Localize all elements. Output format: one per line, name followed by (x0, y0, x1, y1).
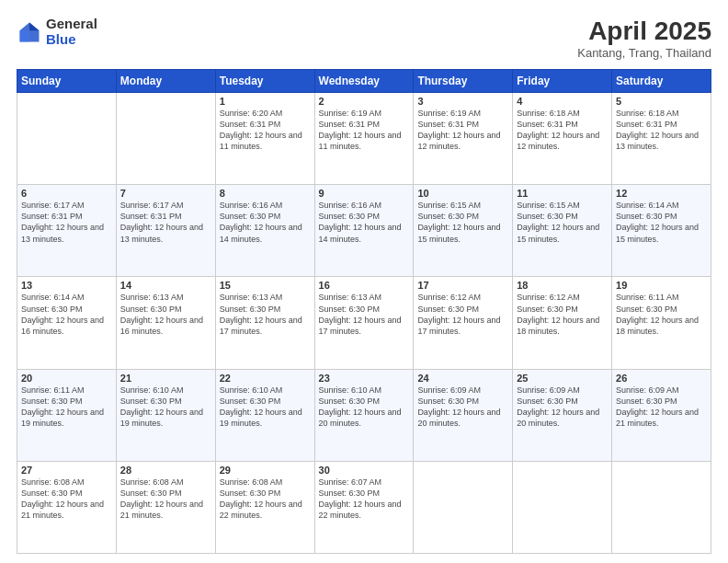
day-info: Sunrise: 6:10 AM Sunset: 6:30 PM Dayligh… (319, 385, 410, 430)
day-number: 8 (220, 188, 311, 199)
calendar-cell: 24Sunrise: 6:09 AM Sunset: 6:30 PM Dayli… (414, 369, 513, 461)
calendar-cell: 30Sunrise: 6:07 AM Sunset: 6:30 PM Dayli… (314, 461, 414, 553)
calendar-cell: 20Sunrise: 6:11 AM Sunset: 6:30 PM Dayli… (17, 369, 117, 461)
logo-icon (17, 19, 42, 45)
day-info: Sunrise: 6:10 AM Sunset: 6:30 PM Dayligh… (220, 385, 311, 430)
col-sunday: Sunday (17, 70, 117, 93)
day-info: Sunrise: 6:07 AM Sunset: 6:30 PM Dayligh… (319, 477, 410, 522)
calendar-cell: 17Sunrise: 6:12 AM Sunset: 6:30 PM Dayli… (414, 277, 513, 369)
logo-general: General (46, 17, 97, 32)
calendar-cell: 22Sunrise: 6:10 AM Sunset: 6:30 PM Dayli… (215, 369, 314, 461)
day-info: Sunrise: 6:08 AM Sunset: 6:30 PM Dayligh… (120, 477, 211, 522)
day-info: Sunrise: 6:14 AM Sunset: 6:30 PM Dayligh… (21, 292, 112, 337)
day-number: 5 (616, 96, 707, 107)
calendar-cell: 19Sunrise: 6:11 AM Sunset: 6:30 PM Dayli… (612, 277, 711, 369)
day-number: 17 (417, 280, 508, 291)
day-number: 14 (120, 280, 211, 291)
calendar-cell: 25Sunrise: 6:09 AM Sunset: 6:30 PM Dayli… (513, 369, 612, 461)
day-number: 4 (517, 96, 608, 107)
day-number: 28 (120, 465, 211, 476)
day-number: 13 (21, 280, 112, 291)
day-number: 27 (21, 465, 112, 476)
week-row-1: 1Sunrise: 6:20 AM Sunset: 6:31 PM Daylig… (17, 93, 711, 185)
day-number: 6 (21, 188, 112, 199)
day-info: Sunrise: 6:09 AM Sunset: 6:30 PM Dayligh… (417, 385, 508, 430)
calendar-cell: 16Sunrise: 6:13 AM Sunset: 6:30 PM Dayli… (314, 277, 414, 369)
logo: General Blue (17, 17, 97, 47)
calendar-cell: 1Sunrise: 6:20 AM Sunset: 6:31 PM Daylig… (215, 93, 314, 185)
day-number: 24 (417, 373, 508, 384)
day-number: 26 (616, 373, 707, 384)
day-info: Sunrise: 6:16 AM Sunset: 6:30 PM Dayligh… (319, 200, 410, 245)
calendar-cell (612, 461, 711, 553)
week-row-4: 20Sunrise: 6:11 AM Sunset: 6:30 PM Dayli… (17, 369, 711, 461)
day-info: Sunrise: 6:13 AM Sunset: 6:30 PM Dayligh… (319, 292, 410, 337)
calendar-cell: 5Sunrise: 6:18 AM Sunset: 6:31 PM Daylig… (612, 93, 711, 185)
calendar-cell: 12Sunrise: 6:14 AM Sunset: 6:30 PM Dayli… (612, 185, 711, 277)
calendar-cell: 6Sunrise: 6:17 AM Sunset: 6:31 PM Daylig… (17, 185, 117, 277)
day-info: Sunrise: 6:20 AM Sunset: 6:31 PM Dayligh… (220, 108, 311, 153)
logo-text: General Blue (46, 17, 97, 47)
day-info: Sunrise: 6:18 AM Sunset: 6:31 PM Dayligh… (616, 108, 707, 153)
col-monday: Monday (116, 70, 215, 93)
calendar-cell: 14Sunrise: 6:13 AM Sunset: 6:30 PM Dayli… (116, 277, 215, 369)
day-info: Sunrise: 6:19 AM Sunset: 6:31 PM Dayligh… (417, 108, 508, 153)
header: General Blue April 2025 Kantang, Trang, … (17, 17, 711, 60)
col-tuesday: Tuesday (215, 70, 314, 93)
day-number: 11 (517, 188, 608, 199)
col-wednesday: Wednesday (314, 70, 414, 93)
day-info: Sunrise: 6:13 AM Sunset: 6:30 PM Dayligh… (220, 292, 311, 337)
title-block: April 2025 Kantang, Trang, Thailand (577, 17, 711, 60)
day-info: Sunrise: 6:15 AM Sunset: 6:30 PM Dayligh… (517, 200, 608, 245)
day-info: Sunrise: 6:08 AM Sunset: 6:30 PM Dayligh… (220, 477, 311, 522)
calendar-cell: 29Sunrise: 6:08 AM Sunset: 6:30 PM Dayli… (215, 461, 314, 553)
week-row-2: 6Sunrise: 6:17 AM Sunset: 6:31 PM Daylig… (17, 185, 711, 277)
calendar-cell: 27Sunrise: 6:08 AM Sunset: 6:30 PM Dayli… (17, 461, 117, 553)
day-info: Sunrise: 6:11 AM Sunset: 6:30 PM Dayligh… (21, 385, 112, 430)
day-info: Sunrise: 6:12 AM Sunset: 6:30 PM Dayligh… (517, 292, 608, 337)
day-number: 3 (417, 96, 508, 107)
day-number: 23 (319, 373, 410, 384)
calendar-cell: 10Sunrise: 6:15 AM Sunset: 6:30 PM Dayli… (414, 185, 513, 277)
day-info: Sunrise: 6:16 AM Sunset: 6:30 PM Dayligh… (220, 200, 311, 245)
day-number: 18 (517, 280, 608, 291)
calendar-cell: 15Sunrise: 6:13 AM Sunset: 6:30 PM Dayli… (215, 277, 314, 369)
calendar-cell: 21Sunrise: 6:10 AM Sunset: 6:30 PM Dayli… (116, 369, 215, 461)
calendar-title: April 2025 (577, 17, 711, 46)
calendar-cell (414, 461, 513, 553)
calendar-subtitle: Kantang, Trang, Thailand (577, 46, 711, 60)
day-info: Sunrise: 6:08 AM Sunset: 6:30 PM Dayligh… (21, 477, 112, 522)
calendar-cell (513, 461, 612, 553)
svg-marker-2 (20, 30, 30, 41)
day-number: 25 (517, 373, 608, 384)
day-number: 7 (120, 188, 211, 199)
day-number: 30 (319, 465, 410, 476)
day-number: 10 (417, 188, 508, 199)
week-row-5: 27Sunrise: 6:08 AM Sunset: 6:30 PM Dayli… (17, 461, 711, 553)
day-info: Sunrise: 6:15 AM Sunset: 6:30 PM Dayligh… (417, 200, 508, 245)
day-number: 29 (220, 465, 311, 476)
calendar-cell: 4Sunrise: 6:18 AM Sunset: 6:31 PM Daylig… (513, 93, 612, 185)
calendar-cell (17, 93, 117, 185)
calendar-cell: 18Sunrise: 6:12 AM Sunset: 6:30 PM Dayli… (513, 277, 612, 369)
day-info: Sunrise: 6:18 AM Sunset: 6:31 PM Dayligh… (517, 108, 608, 153)
page: General Blue April 2025 Kantang, Trang, … (0, 0, 728, 563)
day-info: Sunrise: 6:09 AM Sunset: 6:30 PM Dayligh… (517, 385, 608, 430)
day-number: 20 (21, 373, 112, 384)
day-info: Sunrise: 6:17 AM Sunset: 6:31 PM Dayligh… (21, 200, 112, 245)
week-row-3: 13Sunrise: 6:14 AM Sunset: 6:30 PM Dayli… (17, 277, 711, 369)
day-number: 15 (220, 280, 311, 291)
day-info: Sunrise: 6:14 AM Sunset: 6:30 PM Dayligh… (616, 200, 707, 245)
calendar-cell (116, 93, 215, 185)
calendar-cell: 11Sunrise: 6:15 AM Sunset: 6:30 PM Dayli… (513, 185, 612, 277)
calendar-cell: 8Sunrise: 6:16 AM Sunset: 6:30 PM Daylig… (215, 185, 314, 277)
calendar-cell: 26Sunrise: 6:09 AM Sunset: 6:30 PM Dayli… (612, 369, 711, 461)
day-number: 2 (319, 96, 410, 107)
logo-blue: Blue (46, 32, 97, 48)
day-info: Sunrise: 6:12 AM Sunset: 6:30 PM Dayligh… (417, 292, 508, 337)
calendar-cell: 28Sunrise: 6:08 AM Sunset: 6:30 PM Dayli… (116, 461, 215, 553)
col-thursday: Thursday (414, 70, 513, 93)
day-number: 16 (319, 280, 410, 291)
day-info: Sunrise: 6:17 AM Sunset: 6:31 PM Dayligh… (120, 200, 211, 245)
day-number: 12 (616, 188, 707, 199)
